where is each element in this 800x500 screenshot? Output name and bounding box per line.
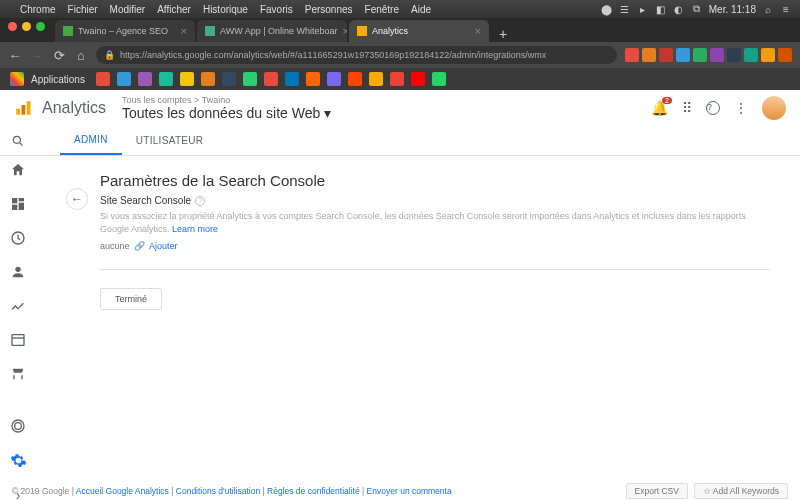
notif-badge: 2 bbox=[662, 97, 672, 104]
menu-item[interactable]: Fichier bbox=[68, 4, 98, 15]
home-icon[interactable] bbox=[9, 162, 27, 178]
menu-item[interactable]: Afficher bbox=[157, 4, 191, 15]
bookmark-icon[interactable] bbox=[306, 72, 320, 86]
help-tooltip-icon[interactable]: ? bbox=[195, 196, 205, 206]
maximize-window[interactable] bbox=[36, 22, 45, 31]
menu-item[interactable]: Modifier bbox=[110, 4, 146, 15]
menubar-clock: Mer. 11:18 bbox=[709, 4, 756, 15]
bookmark-icon[interactable] bbox=[96, 72, 110, 86]
bookmark-icon[interactable] bbox=[138, 72, 152, 86]
apps-icon[interactable] bbox=[10, 72, 24, 86]
bookmark-icon[interactable] bbox=[243, 72, 257, 86]
tab-title: Twaino – Agence SEO bbox=[78, 26, 168, 36]
menu-item[interactable]: Aide bbox=[411, 4, 431, 15]
close-tab-icon[interactable]: × bbox=[181, 25, 187, 37]
extension-icon[interactable] bbox=[744, 48, 758, 62]
ga-body: › ← Paramètres de la Search Console Site… bbox=[0, 156, 800, 482]
extension-icon[interactable] bbox=[727, 48, 741, 62]
subtitle-text: Site Search Console bbox=[100, 195, 191, 206]
admin-gear-icon[interactable] bbox=[9, 452, 27, 469]
new-tab-button[interactable]: + bbox=[491, 26, 515, 42]
realtime-icon[interactable] bbox=[9, 230, 27, 246]
notifications-icon[interactable]: 🔔2 bbox=[651, 100, 668, 116]
minimize-window[interactable] bbox=[22, 22, 31, 31]
discover-icon[interactable] bbox=[9, 418, 27, 434]
main-content: ← Paramètres de la Search Console Site S… bbox=[36, 156, 800, 482]
menu-item[interactable]: Fenêtre bbox=[365, 4, 399, 15]
export-csv-button[interactable]: Export CSV bbox=[626, 483, 688, 499]
done-button[interactable]: Terminé bbox=[100, 288, 162, 310]
reload-icon[interactable]: ⟳ bbox=[52, 48, 66, 63]
extension-icon[interactable] bbox=[625, 48, 639, 62]
bookmark-icon[interactable] bbox=[348, 72, 362, 86]
conversions-icon[interactable] bbox=[9, 366, 27, 382]
bookmark-icon[interactable] bbox=[411, 72, 425, 86]
footer-link[interactable]: Conditions d'utilisation bbox=[176, 486, 260, 496]
tab-user[interactable]: UTILISATEUR bbox=[122, 126, 218, 155]
apps-grid-icon[interactable]: ⠿ bbox=[682, 100, 692, 116]
bookmark-icon[interactable] bbox=[180, 72, 194, 86]
search-icon[interactable] bbox=[11, 134, 25, 148]
bookmark-icon[interactable] bbox=[159, 72, 173, 86]
browser-tab[interactable]: AWW App | Online Whiteboar × bbox=[197, 20, 347, 42]
extension-icon[interactable] bbox=[778, 48, 792, 62]
extension-icon[interactable] bbox=[761, 48, 775, 62]
bookmark-icon[interactable] bbox=[327, 72, 341, 86]
close-window[interactable] bbox=[8, 22, 17, 31]
bookmark-icon[interactable] bbox=[264, 72, 278, 86]
browser-tab-active[interactable]: Analytics × bbox=[349, 20, 489, 42]
footer-link[interactable]: Accueil Google Analytics bbox=[76, 486, 169, 496]
bookmark-icon[interactable] bbox=[369, 72, 383, 86]
menu-app[interactable]: Chrome bbox=[20, 4, 56, 15]
dashboard-icon[interactable] bbox=[9, 196, 27, 212]
forward-icon[interactable]: → bbox=[30, 48, 44, 63]
acquisition-icon[interactable] bbox=[9, 298, 27, 314]
tab-admin[interactable]: ADMIN bbox=[60, 126, 122, 155]
help-icon[interactable]: ? bbox=[706, 101, 720, 115]
avatar[interactable] bbox=[762, 96, 786, 120]
add-keywords-button[interactable]: ☆ Add All Keywords bbox=[694, 483, 788, 499]
ga-logo-icon[interactable] bbox=[14, 99, 32, 117]
menu-item[interactable]: Personnes bbox=[305, 4, 353, 15]
wifi-icon: ⧉ bbox=[691, 3, 703, 15]
home-icon[interactable]: ⌂ bbox=[74, 48, 88, 63]
bookmark-icon[interactable] bbox=[201, 72, 215, 86]
back-button[interactable]: ← bbox=[66, 188, 88, 210]
close-tab-icon[interactable]: × bbox=[475, 25, 481, 37]
footer-link[interactable]: Envoyer un commenta bbox=[367, 486, 452, 496]
behavior-icon[interactable] bbox=[9, 332, 27, 348]
extension-icon[interactable] bbox=[676, 48, 690, 62]
extension-icon[interactable] bbox=[693, 48, 707, 62]
apps-label[interactable]: Applications bbox=[31, 74, 85, 85]
menu-icon[interactable]: ≡ bbox=[780, 3, 792, 15]
url-text: https://analytics.google.com/analytics/w… bbox=[120, 50, 546, 60]
browser-tab[interactable]: Twaino – Agence SEO × bbox=[55, 20, 195, 42]
close-tab-icon[interactable]: × bbox=[343, 25, 347, 37]
divider bbox=[100, 269, 770, 270]
more-icon[interactable]: ⋮ bbox=[734, 100, 748, 116]
bookmark-icon[interactable] bbox=[117, 72, 131, 86]
bookmark-icon[interactable] bbox=[432, 72, 446, 86]
page-title: Paramètres de la Search Console bbox=[100, 172, 770, 189]
bookmark-icon[interactable] bbox=[222, 72, 236, 86]
bookmark-icon[interactable] bbox=[390, 72, 404, 86]
footer-links: © 2019 Google | Accueil Google Analytics… bbox=[12, 486, 452, 496]
view-selector[interactable]: Toutes les données du site Web ▾ bbox=[122, 105, 331, 121]
favicon-icon bbox=[357, 26, 367, 36]
menubar-status: ⬤ ☰ ▸ ◧ ◐ ⧉ Mer. 11:18 ⌕ ≡ bbox=[601, 3, 792, 15]
search-icon[interactable]: ⌕ bbox=[762, 3, 774, 15]
back-icon[interactable]: ← bbox=[8, 48, 22, 63]
footer-link[interactable]: Règles de confidentialité bbox=[267, 486, 360, 496]
bookmark-icon[interactable] bbox=[285, 72, 299, 86]
breadcrumb[interactable]: Tous les comptes > Twaino bbox=[122, 95, 331, 105]
menu-item[interactable]: Historique bbox=[203, 4, 248, 15]
menu-item[interactable]: Favoris bbox=[260, 4, 293, 15]
extension-icon[interactable] bbox=[659, 48, 673, 62]
audience-icon[interactable] bbox=[9, 264, 27, 280]
svg-rect-2 bbox=[27, 101, 31, 115]
extension-icon[interactable] bbox=[642, 48, 656, 62]
learn-more-link[interactable]: Learn more bbox=[172, 224, 218, 234]
add-link[interactable]: Ajouter bbox=[149, 241, 178, 251]
address-bar[interactable]: 🔒 https://analytics.google.com/analytics… bbox=[96, 46, 617, 64]
extension-icon[interactable] bbox=[710, 48, 724, 62]
